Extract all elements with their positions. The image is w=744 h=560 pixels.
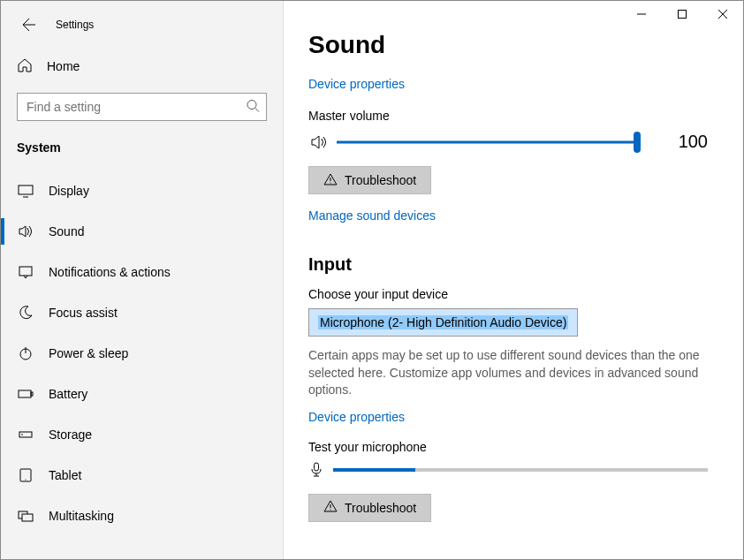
close-icon [718,10,727,19]
notification-icon [17,264,34,280]
minimize-button[interactable] [621,1,662,27]
manage-sound-devices-link[interactable]: Manage sound devices [308,208,436,223]
input-device-value: Microphone (2- High Definition Audio Dev… [318,315,568,329]
warning-icon [323,499,338,516]
sidebar-item-battery[interactable]: Battery [1,374,283,414]
input-heading: Input [308,254,708,275]
svg-point-25 [330,510,330,511]
svg-rect-21 [315,463,319,471]
speaker-icon [308,133,330,151]
main-pane: Sound Device properties Master volume 10… [284,1,743,559]
mic-test-row [308,461,708,480]
svg-rect-9 [19,432,32,437]
svg-point-12 [25,479,26,480]
warning-icon [323,172,338,189]
tablet-icon [17,467,34,483]
sidebar-item-label: Notifications & actions [49,265,171,279]
back-button[interactable] [17,12,42,37]
window-title: Settings [56,19,94,31]
sidebar-item-multitasking[interactable]: Multitasking [1,496,283,536]
home-label: Home [47,59,80,73]
minimize-icon [637,10,646,19]
search-input[interactable] [17,93,267,121]
troubleshoot-label: Troubleshoot [345,501,416,515]
input-device-select[interactable]: Microphone (2- High Definition Audio Dev… [308,308,578,337]
troubleshoot-input-button[interactable]: Troubleshoot [308,494,431,522]
monitor-icon [17,183,34,199]
mic-level-meter [333,468,708,472]
sidebar-item-notifications-actions[interactable]: Notifications & actions [1,252,283,292]
svg-rect-7 [19,390,31,397]
sidebar-item-label: Storage [49,428,92,442]
sidebar-item-label: Power & sleep [49,346,128,360]
storage-icon [17,427,34,443]
sidebar-item-label: Focus assist [49,306,118,320]
section-label: System [1,126,283,162]
home-icon [17,57,33,76]
master-volume-row: 100 [308,132,708,152]
device-properties-link-input[interactable]: Device properties [308,410,405,424]
window-controls [621,1,743,27]
svg-rect-16 [679,11,687,19]
sound-icon [17,223,34,239]
sidebar-item-label: Multitasking [49,509,114,523]
home-nav[interactable]: Home [1,49,283,84]
moon-icon [17,305,34,321]
sidebar: Settings Home System DisplaySoundNotific… [1,1,284,559]
sidebar-item-focus-assist[interactable]: Focus assist [1,292,283,333]
svg-rect-14 [22,514,33,521]
battery-icon [17,386,34,402]
multitask-icon [17,508,34,524]
sidebar-item-label: Battery [49,387,87,401]
arrow-left-icon [22,18,36,32]
choose-input-label: Choose your input device [308,287,708,301]
sidebar-item-sound[interactable]: Sound [1,211,283,252]
master-volume-label: Master volume [308,109,708,123]
sidebar-item-storage[interactable]: Storage [1,414,283,455]
svg-rect-2 [19,185,33,194]
sidebar-item-label: Display [49,184,89,198]
sidebar-item-label: Sound [49,224,84,238]
test-mic-label: Test your microphone [308,440,708,454]
svg-point-10 [21,434,23,435]
power-icon [17,345,34,361]
sidebar-item-power-sleep[interactable]: Power & sleep [1,333,283,374]
svg-rect-8 [31,392,33,396]
troubleshoot-output-button[interactable]: Troubleshoot [308,166,431,194]
svg-point-20 [330,182,330,183]
sidebar-item-tablet[interactable]: Tablet [1,455,283,496]
maximize-icon [678,10,687,19]
page-title: Sound [308,31,708,59]
master-volume-value: 100 [672,132,708,152]
search-wrap [17,93,267,121]
titlebar: Settings [1,8,283,42]
troubleshoot-label: Troubleshoot [345,173,416,187]
microphone-icon [308,461,324,480]
sidebar-item-display[interactable]: Display [1,170,283,211]
close-button[interactable] [702,1,743,27]
device-properties-link[interactable]: Device properties [308,77,405,91]
svg-rect-4 [19,267,32,276]
maximize-button[interactable] [662,1,702,27]
master-volume-slider[interactable] [337,135,637,149]
slider-thumb[interactable] [634,132,641,153]
sidebar-item-label: Tablet [49,468,81,482]
nav-list: DisplaySoundNotifications & actionsFocus… [1,170,283,536]
input-help-text: Certain apps may be set up to use differ… [308,347,706,399]
